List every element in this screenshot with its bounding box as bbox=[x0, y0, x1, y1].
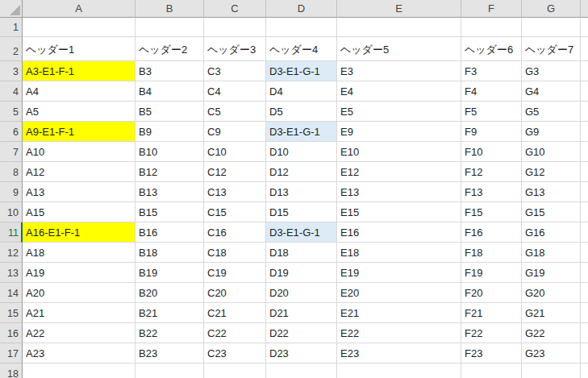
cell-B7[interactable]: B10 bbox=[136, 142, 204, 162]
cell-G16[interactable]: G22 bbox=[522, 323, 581, 343]
cell-C6[interactable]: C9 bbox=[204, 122, 266, 142]
column-header-B[interactable]: B bbox=[136, 0, 204, 18]
cell-F11[interactable]: F16 bbox=[461, 222, 522, 243]
cell-D2[interactable]: ヘッダー4 bbox=[266, 37, 337, 61]
cell-D7[interactable]: D10 bbox=[266, 142, 337, 162]
cell-G12[interactable]: G18 bbox=[522, 243, 581, 263]
cell-B4[interactable]: B4 bbox=[136, 81, 204, 102]
cell-E16[interactable]: E22 bbox=[337, 323, 461, 343]
cell-B1[interactable] bbox=[136, 18, 204, 37]
cell-F18[interactable] bbox=[461, 363, 522, 378]
row-header-1[interactable]: 1 bbox=[0, 18, 23, 37]
row-header-5[interactable]: 5 bbox=[0, 102, 23, 122]
row-header-9[interactable]: 9 bbox=[0, 182, 23, 202]
cell-C10[interactable]: C15 bbox=[204, 202, 266, 222]
cell-E9[interactable]: E13 bbox=[337, 182, 461, 202]
cell-C7[interactable]: C10 bbox=[204, 142, 266, 162]
row-header-14[interactable]: 14 bbox=[0, 283, 23, 303]
cell-C8[interactable]: C12 bbox=[204, 162, 266, 182]
cell-C13[interactable]: C19 bbox=[204, 263, 266, 283]
cell-D18[interactable] bbox=[266, 363, 337, 378]
cell-F17[interactable]: F23 bbox=[461, 343, 522, 363]
cell-E14[interactable]: E20 bbox=[337, 283, 461, 303]
cell-E15[interactable]: E21 bbox=[337, 303, 461, 323]
cell-G8[interactable]: G12 bbox=[522, 162, 581, 182]
cell-A4[interactable]: A4 bbox=[23, 81, 136, 102]
cell-G7[interactable]: G10 bbox=[522, 142, 581, 162]
cell-A16[interactable]: A22 bbox=[23, 323, 136, 343]
column-header-G[interactable]: G bbox=[522, 0, 581, 18]
cell-G1[interactable] bbox=[522, 18, 581, 37]
cell-A6[interactable]: A9-E1-F-1 bbox=[23, 122, 136, 142]
cell-E7[interactable]: E10 bbox=[337, 142, 461, 162]
cell-F4[interactable]: F4 bbox=[461, 81, 522, 102]
cell-A11[interactable]: A16-E1-F-1 bbox=[23, 222, 136, 243]
cell-E17[interactable]: E23 bbox=[337, 343, 461, 363]
row-header-6[interactable]: 6 bbox=[0, 122, 23, 142]
cell-G9[interactable]: G13 bbox=[522, 182, 581, 202]
cell-C5[interactable]: C5 bbox=[204, 102, 266, 122]
cell-C18[interactable] bbox=[204, 363, 266, 378]
cell-G3[interactable]: G3 bbox=[522, 61, 581, 81]
row-header-8[interactable]: 8 bbox=[0, 162, 23, 182]
row-header-12[interactable]: 12 bbox=[0, 243, 23, 263]
row-header-11[interactable]: 11 bbox=[0, 222, 23, 243]
cell-A12[interactable]: A18 bbox=[23, 243, 136, 263]
column-header-E[interactable]: E bbox=[337, 0, 461, 18]
cell-G18[interactable] bbox=[522, 363, 581, 378]
cell-G5[interactable]: G5 bbox=[522, 102, 581, 122]
cell-B18[interactable] bbox=[136, 363, 204, 378]
column-header-C[interactable]: C bbox=[204, 0, 266, 18]
cell-D4[interactable]: D4 bbox=[266, 81, 337, 102]
cell-E12[interactable]: E18 bbox=[337, 243, 461, 263]
cell-B8[interactable]: B12 bbox=[136, 162, 204, 182]
cell-B12[interactable]: B18 bbox=[136, 243, 204, 263]
cell-A1[interactable] bbox=[23, 18, 136, 37]
cell-B11[interactable]: B16 bbox=[136, 222, 204, 243]
cell-D17[interactable]: D23 bbox=[266, 343, 337, 363]
cell-G14[interactable]: G20 bbox=[522, 283, 581, 303]
cell-D14[interactable]: D20 bbox=[266, 283, 337, 303]
cell-F16[interactable]: F22 bbox=[461, 323, 522, 343]
cell-F2[interactable]: ヘッダー6 bbox=[461, 37, 522, 61]
cell-B10[interactable]: B15 bbox=[136, 202, 204, 222]
cell-A7[interactable]: A10 bbox=[23, 142, 136, 162]
cell-E5[interactable]: E5 bbox=[337, 102, 461, 122]
cell-C1[interactable] bbox=[204, 18, 266, 37]
cell-G4[interactable]: G4 bbox=[522, 81, 581, 102]
column-header-A[interactable]: A bbox=[23, 0, 136, 18]
cell-C4[interactable]: C4 bbox=[204, 81, 266, 102]
cell-C16[interactable]: C22 bbox=[204, 323, 266, 343]
row-header-4[interactable]: 4 bbox=[0, 81, 23, 102]
cell-B5[interactable]: B5 bbox=[136, 102, 204, 122]
cell-A10[interactable]: A15 bbox=[23, 202, 136, 222]
cell-B16[interactable]: B22 bbox=[136, 323, 204, 343]
cell-B15[interactable]: B21 bbox=[136, 303, 204, 323]
cell-E4[interactable]: E4 bbox=[337, 81, 461, 102]
cell-E13[interactable]: E19 bbox=[337, 263, 461, 283]
cell-G17[interactable]: G23 bbox=[522, 343, 581, 363]
cell-F8[interactable]: F12 bbox=[461, 162, 522, 182]
cell-C3[interactable]: C3 bbox=[204, 61, 266, 81]
cell-F9[interactable]: F13 bbox=[461, 182, 522, 202]
cell-D13[interactable]: D19 bbox=[266, 263, 337, 283]
row-header-2[interactable]: 2 bbox=[0, 37, 23, 61]
cell-E6[interactable]: E9 bbox=[337, 122, 461, 142]
cell-D10[interactable]: D15 bbox=[266, 202, 337, 222]
cell-F15[interactable]: F21 bbox=[461, 303, 522, 323]
column-header-F[interactable]: F bbox=[461, 0, 522, 18]
row-header-18[interactable]: 18 bbox=[0, 363, 23, 378]
cell-E11[interactable]: E16 bbox=[337, 222, 461, 243]
cell-G15[interactable]: G21 bbox=[522, 303, 581, 323]
cell-D6[interactable]: D3-E1-G-1 bbox=[266, 122, 337, 142]
cell-F1[interactable] bbox=[461, 18, 522, 37]
cell-B17[interactable]: B23 bbox=[136, 343, 204, 363]
cell-C17[interactable]: C23 bbox=[204, 343, 266, 363]
cell-D16[interactable]: D22 bbox=[266, 323, 337, 343]
row-header-16[interactable]: 16 bbox=[0, 323, 23, 343]
cell-D12[interactable]: D18 bbox=[266, 243, 337, 263]
cell-C2[interactable]: ヘッダー3 bbox=[204, 37, 266, 61]
cell-A15[interactable]: A21 bbox=[23, 303, 136, 323]
cell-D11[interactable]: D3-E1-G-1 bbox=[266, 222, 337, 243]
cell-A3[interactable]: A3-E1-F-1 bbox=[23, 61, 136, 81]
